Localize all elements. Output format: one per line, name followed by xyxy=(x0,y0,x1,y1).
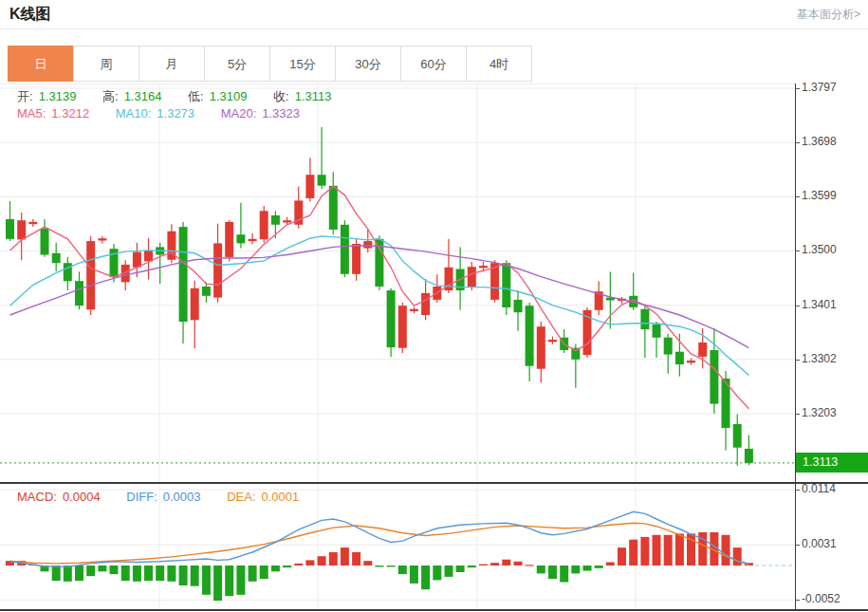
open-value: 1.3139 xyxy=(39,89,77,103)
macd-bar xyxy=(352,552,360,566)
macd-bar xyxy=(236,566,245,595)
axis-tick xyxy=(795,490,800,491)
interval-tabs: 日周月5分15分30分60分4时 xyxy=(8,46,532,82)
candle xyxy=(387,290,396,347)
ma10-value: 1.3273 xyxy=(157,106,194,121)
dea-line xyxy=(10,523,749,565)
high-value: 1.3164 xyxy=(124,89,162,103)
axis-tick xyxy=(795,600,800,601)
y-axis-line xyxy=(795,83,796,611)
open-label: 开: xyxy=(17,89,33,103)
candle xyxy=(17,220,26,239)
dea-label: DEA: xyxy=(227,490,255,504)
tab-5min[interactable]: 5分 xyxy=(204,46,270,82)
candle xyxy=(526,306,534,366)
candle xyxy=(271,215,280,225)
macd-bar xyxy=(433,566,441,580)
macd-bar xyxy=(398,566,407,574)
tab-30min[interactable]: 30分 xyxy=(335,46,401,82)
axis-tick xyxy=(795,142,800,143)
ma5-line xyxy=(10,186,749,408)
macd-bar xyxy=(363,561,372,566)
candle xyxy=(329,186,338,230)
candle xyxy=(468,267,476,287)
candle xyxy=(548,340,557,342)
macd-bar xyxy=(156,566,164,581)
macd-bar xyxy=(305,560,314,566)
macd-bar xyxy=(733,547,742,566)
macd-value: 0.0004 xyxy=(63,490,101,504)
candle xyxy=(745,449,753,463)
candlestick-chart[interactable] xyxy=(0,83,795,482)
candle xyxy=(225,222,233,257)
candle xyxy=(653,325,661,338)
fundamental-analysis-link[interactable]: 基本面分析> xyxy=(797,7,860,23)
close-value: 1.3113 xyxy=(295,89,332,103)
candle xyxy=(352,244,360,274)
ma-row: MA5:1.3212 MA10:1.3273 MA20:1.3323 xyxy=(17,106,305,121)
macd-bar xyxy=(410,566,418,584)
candle xyxy=(318,175,326,186)
candle xyxy=(398,306,407,348)
tab-4hour[interactable]: 4时 xyxy=(466,46,532,82)
diff-line xyxy=(10,511,749,566)
macd-bar xyxy=(249,566,257,582)
macd-bar xyxy=(618,547,626,566)
candle xyxy=(502,263,510,307)
macd-bar xyxy=(526,565,534,566)
candle xyxy=(640,309,649,329)
macd-bar xyxy=(260,566,268,579)
panel-separator xyxy=(0,482,868,484)
ma20-value: 1.3323 xyxy=(262,106,300,121)
y-axis-label: 1.3500 xyxy=(802,243,837,256)
panel-bottom-border xyxy=(0,609,868,611)
candle xyxy=(213,243,222,297)
tab-day[interactable]: 日 xyxy=(8,46,74,82)
candle xyxy=(687,361,695,362)
macd-bar xyxy=(571,566,580,573)
macd-bar xyxy=(664,535,673,566)
tab-month[interactable]: 月 xyxy=(139,46,205,82)
candle xyxy=(260,211,268,239)
macd-bar xyxy=(75,566,83,581)
candle xyxy=(363,241,372,249)
candle xyxy=(305,175,314,198)
macd-bar xyxy=(144,566,153,581)
candle xyxy=(249,239,257,241)
candle xyxy=(41,229,49,255)
y-axis-label: -0.0052 xyxy=(802,592,840,605)
candle xyxy=(421,293,430,315)
candle xyxy=(28,222,37,224)
macd-bar xyxy=(468,566,476,567)
macd-bar xyxy=(202,566,211,595)
macd-bar xyxy=(86,566,95,576)
y-axis-label: 1.3797 xyxy=(802,81,837,94)
candle xyxy=(191,288,199,321)
macd-bar xyxy=(98,566,106,571)
axis-tick xyxy=(795,196,800,197)
macd-row: MACD:0.0004 DIFF:0.0003 DEA:0.0001 xyxy=(17,490,305,504)
tab-15min[interactable]: 15分 xyxy=(269,46,336,82)
candle xyxy=(537,326,545,369)
candle xyxy=(236,234,245,243)
tab-week[interactable]: 周 xyxy=(73,46,139,82)
macd-bar xyxy=(329,552,338,566)
candle xyxy=(733,424,742,448)
page-title: K线图 xyxy=(9,5,51,25)
tab-60min[interactable]: 60分 xyxy=(400,46,467,82)
macd-bar xyxy=(479,565,488,566)
ma5-value: 1.3212 xyxy=(51,106,89,121)
macd-bar xyxy=(283,566,291,567)
current-price-badge: 1.3113 xyxy=(796,453,868,473)
macd-bar xyxy=(421,566,430,589)
candle xyxy=(675,352,684,364)
ma5-label: MA5: xyxy=(17,106,46,121)
candle xyxy=(710,350,718,404)
macd-bar xyxy=(653,535,661,566)
macd-bar xyxy=(121,566,130,581)
high-label: 高: xyxy=(102,89,119,103)
diff-value: 0.0003 xyxy=(163,490,201,504)
macd-bar xyxy=(318,556,326,566)
y-axis-label: 1.3401 xyxy=(802,298,837,311)
axis-tick xyxy=(795,88,800,89)
